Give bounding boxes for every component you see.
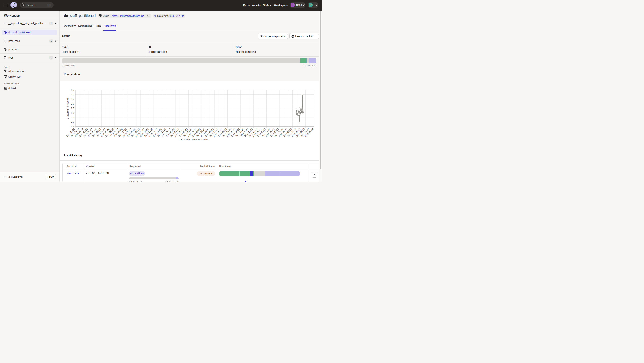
- svg-text:Execution Time by Partition: Execution Time by Partition: [181, 138, 209, 141]
- svg-text:7.0: 7.0: [71, 112, 74, 114]
- svg-text:9.5: 9.5: [71, 89, 74, 92]
- svg-text:8.0: 8.0: [71, 102, 74, 105]
- svg-text:7.5: 7.5: [71, 107, 74, 110]
- svg-text:6.5: 6.5: [71, 116, 74, 119]
- svg-text:9.0: 9.0: [71, 93, 74, 96]
- svg-text:5.5: 5.5: [71, 126, 74, 128]
- svg-text:8.5: 8.5: [71, 98, 74, 100]
- svg-text:Execution time (secs): Execution time (secs): [66, 98, 69, 119]
- svg-text:6.0: 6.0: [71, 121, 74, 123]
